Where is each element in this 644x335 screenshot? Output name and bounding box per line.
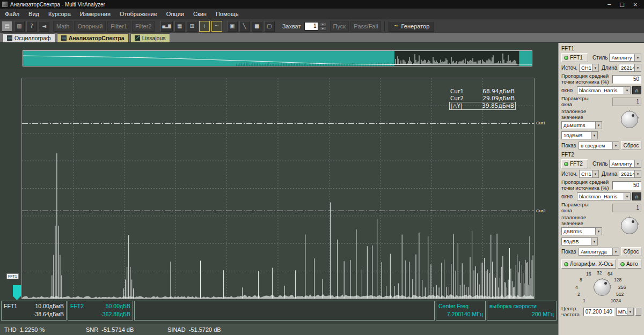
menu-bar: Файл Вид Курсора Измерения Отображение О… xyxy=(0,9,644,19)
fft2-reset-button[interactable]: Сброс xyxy=(621,247,641,256)
fft2-ref-level-knob[interactable] xyxy=(619,215,641,237)
tab-oscilloscope[interactable]: Осциллограф xyxy=(3,33,55,42)
center-freq-unit-select[interactable]: МГц ▼ xyxy=(616,308,634,316)
fft2-style-value: Амплиту xyxy=(610,161,634,167)
log-x-axis-toggle[interactable]: Логарифм. X-Ось xyxy=(561,259,616,269)
spin-up-icon: ▲ xyxy=(320,22,326,26)
light-display-icon: ▢ xyxy=(267,23,272,29)
passfail-button[interactable]: Pass/Fail xyxy=(350,21,381,32)
math-button[interactable]: Math xyxy=(53,21,72,32)
collapse-button[interactable]: ◄ xyxy=(39,21,49,32)
auto-toggle[interactable]: Авто xyxy=(618,259,641,269)
menu-cursors[interactable]: Курсора xyxy=(48,11,71,17)
generator-button[interactable]: ~ Генератор xyxy=(389,21,434,32)
fft1-length-select[interactable]: 262144 ▼ xyxy=(619,64,641,72)
fft2-window-select[interactable]: blackman_Harris ▼ xyxy=(577,192,631,200)
fft2-show-label: Показ xyxy=(561,249,577,255)
save-icon: ▥ xyxy=(17,23,21,29)
fft1-ref-level-knob[interactable] xyxy=(619,109,641,131)
spectrum-overview-minimap[interactable] xyxy=(23,50,532,66)
waveform-view-button[interactable]: ~ xyxy=(211,21,222,32)
filter1-button[interactable]: Filter1 xyxy=(107,21,130,32)
fft1-source-select[interactable]: CH1 ▼ xyxy=(579,64,599,72)
cursor2-handle[interactable]: Cur2 xyxy=(536,209,545,213)
fft2-source-value: CH1 xyxy=(580,171,592,177)
fft1-style-select[interactable]: Амплиту ▼ xyxy=(609,54,641,62)
save-button[interactable]: ▥ xyxy=(14,21,25,32)
tiles-button[interactable]: ⊞ xyxy=(187,21,197,32)
fft1-reset-button[interactable]: Сброс xyxy=(621,141,641,150)
run-button[interactable]: Пуск xyxy=(330,21,349,32)
fft1-window-preview-button[interactable]: ∩ xyxy=(632,86,641,94)
waveform-view-icon: ~ xyxy=(214,23,218,29)
fft1-ref-unit-select[interactable]: дБмВrms ▼ xyxy=(561,121,602,129)
fft2-trace-marker[interactable] xyxy=(13,285,21,300)
fft1-source-value: CH1 xyxy=(580,65,592,71)
fft2-enable-button[interactable]: FFT2 xyxy=(561,159,588,168)
screen-view-button[interactable]: ▣ xyxy=(227,21,238,32)
tab-lissajous[interactable]: Lissajous xyxy=(130,33,170,42)
light-display-button[interactable]: ▢ xyxy=(264,21,275,32)
menu-help[interactable]: Помощь xyxy=(216,11,239,17)
fft1-proportion-input[interactable] xyxy=(612,75,641,84)
help-icon: ? xyxy=(30,23,33,29)
help-button[interactable]: ? xyxy=(26,21,37,32)
fft2-show-select[interactable]: Амплитуда ▼ xyxy=(579,248,619,256)
fft1-window-param-input[interactable] xyxy=(612,98,641,106)
fft2-window-param-input[interactable] xyxy=(612,204,641,212)
generator-label: Генератор xyxy=(401,23,430,29)
minimize-button[interactable]: ─ xyxy=(608,2,611,8)
tab-spectrum-analyzer[interactable]: АнализаторСпектра xyxy=(57,33,129,42)
cursor1-readout-label: Cur1 xyxy=(450,88,464,95)
close-button[interactable]: × xyxy=(633,2,638,8)
fft2-proportion-input[interactable] xyxy=(612,181,641,190)
fft2-source-select[interactable]: CH1 ▼ xyxy=(579,170,599,178)
knob-dial xyxy=(594,279,611,296)
fft2-show-value: Амплитуда xyxy=(579,249,612,255)
fft2-ref-scale-select[interactable]: 50дБВ ▼ xyxy=(561,237,598,245)
menu-display[interactable]: Отображение xyxy=(120,11,157,17)
fft1-enable-button[interactable]: FFT1 xyxy=(561,53,588,62)
cursor1-handle[interactable]: Cur1 xyxy=(536,121,545,125)
fft1-status-name: FFT1 xyxy=(4,302,17,310)
fft2-window-label: окно xyxy=(561,193,575,199)
fft1-trace-marker[interactable]: FFT1 xyxy=(6,273,19,279)
menu-options[interactable]: Опции xyxy=(166,11,184,17)
fft2-ref-unit-value: дБВrms xyxy=(562,228,595,234)
layout-button[interactable]: ▦ xyxy=(174,21,185,32)
capture-spinner[interactable]: ▲▼ xyxy=(320,22,326,31)
filter2-button[interactable]: Filter2 xyxy=(132,21,155,32)
fft1-ref-scale-select[interactable]: 10дБмВ ▼ xyxy=(561,131,598,139)
fft1-style-value: Амплиту xyxy=(610,55,634,61)
new-file-button[interactable]: ▤ xyxy=(2,21,12,32)
dark-display-icon: ■ xyxy=(254,23,259,29)
snr-value: SNR -51.5714 dB xyxy=(86,326,167,333)
menu-measurements[interactable]: Измерения xyxy=(80,11,111,17)
cursor-tool-button[interactable]: + xyxy=(199,21,210,32)
menu-view[interactable]: Вид xyxy=(28,11,39,17)
diagonal-line-button[interactable]: ╲ xyxy=(239,21,250,32)
fft2-ref-unit-select[interactable]: дБВrms ▼ xyxy=(561,227,602,235)
fft1-show-select[interactable]: в среднем ▼ xyxy=(579,142,619,150)
maximize-button[interactable]: □ xyxy=(619,2,624,8)
menu-file[interactable]: Файл xyxy=(5,11,19,17)
center-freq-more-button[interactable] xyxy=(635,308,641,316)
dark-display-button[interactable]: ■ xyxy=(252,21,262,32)
reference-button[interactable]: Опорный xyxy=(74,21,106,32)
fft1-enable-led xyxy=(564,56,568,60)
spectrum-plot[interactable]: Cur1 68.94дБмВ Cur2 29.09дБмВ |△Y| 39.85… xyxy=(21,78,535,299)
fft1-window-select[interactable]: blackman_Harris ▼ xyxy=(577,86,631,94)
capture-count-input[interactable] xyxy=(304,22,318,31)
fft2-window-preview-button[interactable]: ∩ xyxy=(632,192,641,200)
fft2-length-value: 262144 xyxy=(619,171,634,177)
fft2-length-select[interactable]: 262144 ▼ xyxy=(619,170,641,178)
menu-skin[interactable]: Скин xyxy=(193,11,207,17)
fft-length-knob[interactable] xyxy=(591,277,614,299)
generator-icon: ~ xyxy=(393,23,398,29)
fft2-length-label: Длина xyxy=(602,171,617,177)
fft1-window-label: окно xyxy=(561,87,575,93)
fft2-status-scale: 50.00дБВ xyxy=(106,302,130,310)
fft2-style-select[interactable]: Амплиту ▼ xyxy=(609,160,641,168)
center-frequency-input[interactable] xyxy=(583,308,614,316)
levels-button[interactable]: ▅▂▇ xyxy=(160,21,172,32)
